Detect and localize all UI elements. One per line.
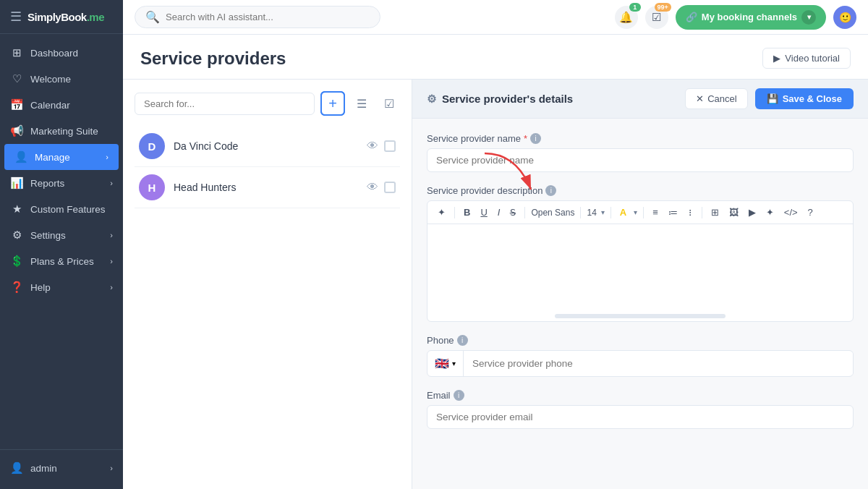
cancel-button[interactable]: ✕ Cancel <box>685 88 747 109</box>
country-flag-selector[interactable]: 🇬🇧 ▾ <box>427 351 464 376</box>
settings-icon: ⚙ <box>10 229 23 242</box>
rte-code-button[interactable]: </> <box>781 205 801 219</box>
visibility-icon[interactable]: 👁 <box>367 140 378 153</box>
sidebar-item-reports[interactable]: 📊 Reports › <box>0 170 123 196</box>
sidebar-item-admin[interactable]: 👤 admin › <box>10 457 113 479</box>
topbar-right: 🔔 1 ☑ 99+ 🔗 My booking channels ▾ 🙂 <box>615 5 856 30</box>
left-panel: + ☰ ☑ D Da Vinci Code 👁 <box>123 80 412 489</box>
provider-name: Da Vinci Code <box>174 140 358 152</box>
video-tutorial-label: Video tutorial <box>785 53 840 64</box>
add-provider-button[interactable]: + <box>320 91 345 116</box>
toolbar-separator <box>610 207 611 218</box>
rte-italic-button[interactable]: I <box>495 205 503 219</box>
sidebar-item-label: Dashboard <box>30 48 78 59</box>
provider-checkbox[interactable] <box>384 182 396 193</box>
rte-toolbar: ✦ B U I S̶ Open Sans 14 ▾ <box>427 201 853 224</box>
tasks-button[interactable]: ☑ 99+ <box>645 6 668 29</box>
sidebar: ☰ SimplyBook.me ⊞ Dashboard ♡ Welcome 📅 … <box>0 0 123 489</box>
rte-help-button[interactable]: ? <box>805 205 816 219</box>
phone-label: Phone i <box>427 335 854 346</box>
toolbar-separator <box>702 207 702 218</box>
panel-title: ⚙ Service provider's details <box>427 93 573 106</box>
rte-color-button[interactable]: A <box>617 205 629 219</box>
task-badge: 99+ <box>655 3 671 12</box>
provider-actions: 👁 <box>367 140 396 153</box>
provider-search-input[interactable] <box>135 93 315 115</box>
right-panel: ⚙ Service provider's details ✕ Cancel 💾 … <box>412 80 868 489</box>
sidebar-item-label: Help <box>30 282 51 293</box>
visibility-icon[interactable]: 👁 <box>367 181 378 194</box>
admin-icon: 👤 <box>10 462 23 475</box>
chevron-right-icon: › <box>106 153 109 161</box>
email-info-icon[interactable]: i <box>454 390 464 401</box>
rte-magic-btn[interactable]: ✦ <box>435 205 448 219</box>
provider-search-wrap <box>135 93 315 115</box>
page-title: Service providers <box>140 48 286 69</box>
sidebar-item-marketing[interactable]: 📢 Marketing Suite <box>0 118 123 144</box>
provider-name-input[interactable] <box>427 148 854 172</box>
rte-ai-button[interactable]: ✦ <box>763 205 777 219</box>
booking-channels-button[interactable]: 🔗 My booking channels ▾ <box>676 5 826 30</box>
sidebar-item-help[interactable]: ❓ Help › <box>0 274 123 300</box>
search-input[interactable] <box>166 12 370 22</box>
rte-table-button[interactable]: ⊞ <box>708 205 722 219</box>
provider-name: Head Hunters <box>174 182 358 193</box>
sidebar-item-dashboard[interactable]: ⊞ Dashboard <box>0 40 123 66</box>
description-info-icon[interactable]: i <box>545 185 556 196</box>
sliders-icon: ⚙ <box>427 93 436 106</box>
rte-underline-button[interactable]: U <box>477 205 490 219</box>
sidebar-item-label: Marketing Suite <box>30 126 98 137</box>
sidebar-item-label: Custom Features <box>30 204 106 215</box>
provider-checkbox[interactable] <box>384 140 396 152</box>
chevron-down-icon[interactable]: ▾ <box>634 208 637 216</box>
list-item[interactable]: D Da Vinci Code 👁 <box>135 126 400 167</box>
sidebar-item-manage[interactable]: 👤 Manage › <box>4 144 119 170</box>
toolbar-separator <box>454 207 455 218</box>
sidebar-item-welcome[interactable]: ♡ Welcome <box>0 66 123 92</box>
manage-icon: 👤 <box>14 150 27 163</box>
name-info-icon[interactable]: i <box>530 133 541 144</box>
marketing-icon: 📢 <box>10 124 23 137</box>
rte-align-button[interactable]: ⫶ <box>685 205 696 219</box>
phone-input[interactable] <box>464 352 853 375</box>
video-tutorial-button[interactable]: ▶ Video tutorial <box>762 48 851 69</box>
cancel-label: Cancel <box>707 93 736 104</box>
sidebar-item-plans-prices[interactable]: 💲 Plans & Prices › <box>0 248 123 274</box>
list-item[interactable]: H Head Hunters 👁 <box>135 167 400 208</box>
notification-button[interactable]: 🔔 1 <box>615 6 638 29</box>
list-view-button[interactable]: ☰ <box>351 93 373 114</box>
form-body: Service provider name * i Service provid… <box>412 119 868 443</box>
chevron-down-icon[interactable]: ▾ <box>601 208 605 216</box>
rte-strikethrough-button[interactable]: S̶ <box>507 205 519 219</box>
menu-icon[interactable]: ☰ <box>10 9 22 25</box>
main-area: 🔍 🔔 1 ☑ 99+ 🔗 My booking channels ▾ 🙂 Se… <box>123 0 868 489</box>
avatar: D <box>139 133 165 159</box>
rte-ul-button[interactable]: ≡ <box>650 205 661 219</box>
rte-scrollbar[interactable] <box>555 314 725 318</box>
provider-email-input[interactable] <box>427 405 854 429</box>
user-avatar[interactable]: 🙂 <box>833 6 856 29</box>
email-label: Email i <box>427 390 854 401</box>
rte-body[interactable] <box>427 224 853 311</box>
sidebar-item-label: Settings <box>30 230 66 241</box>
toolbar-separator <box>643 207 644 218</box>
sidebar-item-calendar[interactable]: 📅 Calendar <box>0 92 123 118</box>
rte-video-button[interactable]: ▶ <box>746 205 759 219</box>
phone-field-group: Phone i 🇬🇧 ▾ <box>427 335 854 377</box>
phone-info-icon[interactable]: i <box>457 335 468 346</box>
panel-header: ⚙ Service provider's details ✕ Cancel 💾 … <box>412 80 868 119</box>
save-button[interactable]: 💾 Save & Close <box>755 88 854 109</box>
sidebar-item-settings[interactable]: ⚙ Settings › <box>0 222 123 248</box>
rte-font-size[interactable]: 14 <box>587 208 596 218</box>
rte-bold-button[interactable]: B <box>461 205 473 219</box>
sidebar-item-label: Reports <box>30 178 64 189</box>
check-all-button[interactable]: ☑ <box>378 93 400 114</box>
rte-image-button[interactable]: 🖼 <box>726 205 741 219</box>
rte-font-selector[interactable]: Open Sans <box>531 208 574 218</box>
rte-ol-button[interactable]: ≔ <box>665 205 681 219</box>
sidebar-item-custom-features[interactable]: ★ Custom Features <box>0 196 123 222</box>
sidebar-item-label: Plans & Prices <box>30 256 94 267</box>
email-field-group: Email i <box>427 390 854 429</box>
chevron-right-icon: › <box>110 257 113 265</box>
calendar-icon: 📅 <box>10 98 23 111</box>
